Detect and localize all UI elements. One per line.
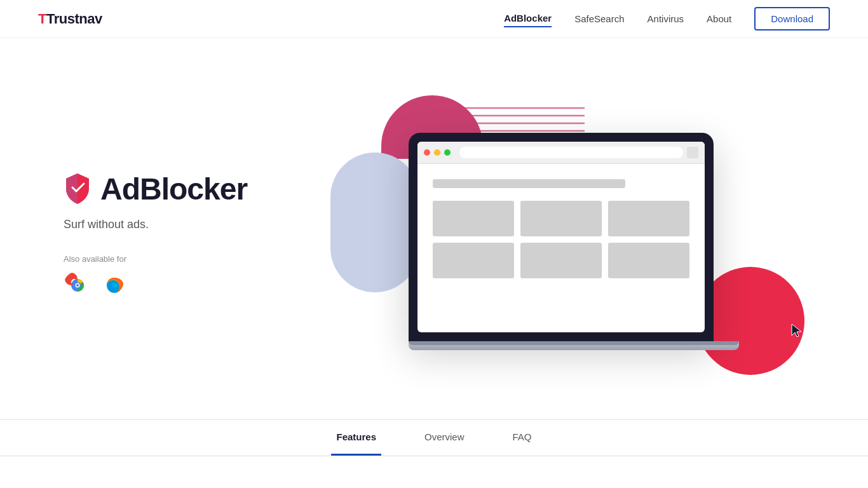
screen-toolbar: [417, 142, 705, 164]
shield-icon: [64, 172, 92, 205]
bottom-section: Distraction-free internet browsing, with…: [0, 456, 868, 488]
bg-shape-left: [330, 152, 419, 292]
grid-cell-3: [608, 201, 689, 236]
traffic-light-green: [444, 149, 451, 156]
content-grid-top: [433, 201, 689, 236]
hero-section: AdBlocker Surf without ads. Also availab…: [0, 38, 868, 419]
screen-content: [417, 164, 705, 300]
tab-faq[interactable]: FAQ: [508, 420, 537, 456]
nav-antivirus[interactable]: Antivirus: [648, 11, 684, 27]
hero-subtitle: Surf without ads.: [64, 218, 330, 231]
browser-icons-group: [64, 271, 330, 299]
content-header-bar: [433, 179, 625, 188]
nav-adblocker[interactable]: AdBlocker: [504, 10, 552, 27]
firefox-icon[interactable]: [100, 271, 128, 299]
tabs-section: Features Overview FAQ: [0, 419, 868, 456]
logo[interactable]: TTrustnav: [38, 11, 102, 27]
laptop-body: [409, 133, 714, 341]
chrome-icon[interactable]: [64, 271, 92, 299]
laptop-screen: [417, 142, 705, 332]
bookmark-area: [687, 147, 698, 158]
main-nav: AdBlocker SafeSearch Antivirus About Dow…: [504, 7, 830, 30]
nav-safesearch[interactable]: SafeSearch: [574, 11, 624, 27]
laptop-foot: [409, 341, 739, 345]
grid-cell-1: [433, 201, 514, 236]
laptop-illustration: [409, 133, 739, 350]
download-button[interactable]: Download: [754, 7, 830, 30]
also-available-label: Also available for: [64, 254, 330, 264]
traffic-light-yellow: [434, 149, 440, 156]
laptop-base: [409, 341, 739, 350]
svg-point-8: [112, 283, 117, 288]
hero-illustration: [330, 76, 817, 394]
logo-v-mark: T: [38, 11, 46, 27]
grid-cell-2: [520, 201, 602, 236]
hero-title-text: AdBlocker: [100, 172, 247, 207]
hero-content-left: AdBlocker Surf without ads. Also availab…: [64, 172, 330, 299]
tab-overview[interactable]: Overview: [419, 420, 470, 456]
tab-features[interactable]: Features: [331, 420, 381, 456]
cursor-icon: [790, 323, 804, 343]
svg-point-4: [76, 284, 79, 287]
grid-cell-6: [608, 243, 689, 278]
traffic-light-red: [424, 149, 430, 156]
nav-about[interactable]: About: [707, 11, 731, 27]
address-bar: [459, 147, 683, 158]
grid-cell-4: [433, 243, 514, 278]
content-grid-bottom: [433, 243, 689, 278]
grid-cell-5: [520, 243, 602, 278]
header: TTrustnav AdBlocker SafeSearch Antivirus…: [0, 0, 868, 38]
hero-title-group: AdBlocker: [64, 172, 330, 207]
